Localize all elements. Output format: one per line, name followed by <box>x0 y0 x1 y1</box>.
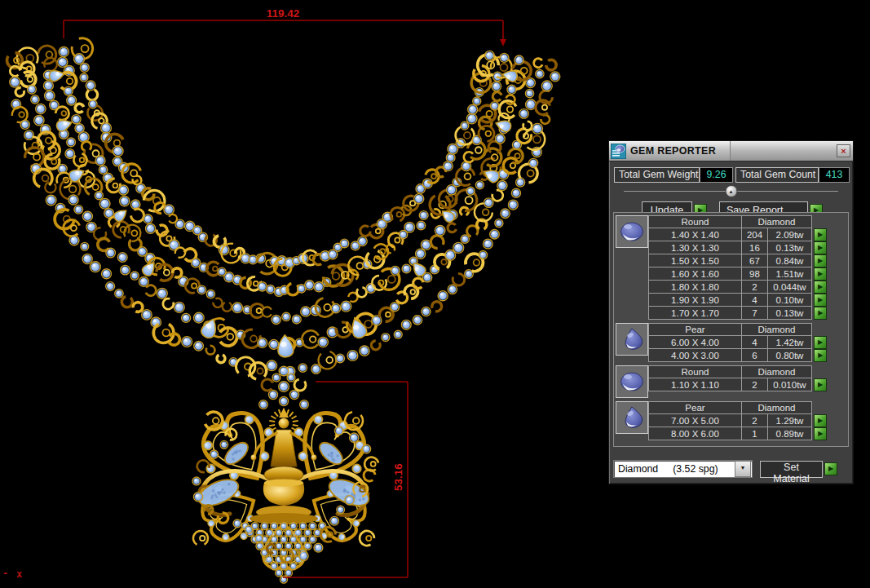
gem-size-row: 8.00 X 6.0010.89tw▶ <box>649 427 829 440</box>
gem-reporter-panel: GEM REPORTER × Total Gem Weight 9.26 Tot… <box>608 140 854 484</box>
select-gems-go-button[interactable]: ▶ <box>814 267 827 281</box>
select-gems-go-button[interactable]: ▶ <box>814 349 827 362</box>
gem-count-value: 4 <box>742 294 768 307</box>
gem-count-value: 4 <box>742 336 768 349</box>
axis-x-dash: - <box>2 568 8 579</box>
shape-header: Round <box>649 366 742 378</box>
gem-size-value: 1.30 X 1.30 <box>649 241 742 254</box>
gem-weight-value: 0.13tw <box>768 241 812 254</box>
gem-size-value: 1.10 X 1.10 <box>649 378 742 391</box>
select-gems-go-button[interactable]: ▶ <box>814 414 827 427</box>
select-gems-go-button[interactable]: ▶ <box>814 307 827 320</box>
gem-weight-value: 0.010tw <box>768 378 812 391</box>
gem-weight-value: 1.29tw <box>768 414 812 427</box>
titlebar-handle[interactable]: × <box>730 141 853 161</box>
total-gem-count-label: Total Gem Count <box>735 167 819 183</box>
gem-size-row: 7.00 X 5.0021.29tw▶ <box>649 414 829 427</box>
collapse-button[interactable]: ▲ <box>725 185 737 197</box>
material-dropdown[interactable]: Diamond (3.52 spg) ▼ <box>613 460 753 478</box>
total-gem-weight-value: 9.26 <box>700 167 733 183</box>
select-gems-go-button[interactable]: ▶ <box>814 254 827 267</box>
material-header: Diamond <box>742 216 812 228</box>
gem-size-row: 4.00 X 3.0060.80tw▶ <box>649 349 829 362</box>
gem-count-value: 6 <box>742 349 768 362</box>
gem-size-value: 1.80 X 1.80 <box>649 281 742 294</box>
material-row: Diamond (3.52 spg) ▼ Set Material ▶ <box>613 460 850 478</box>
gem-size-row: 1.90 X 1.9040.10tw▶ <box>649 294 829 307</box>
gem-size-row: 1.60 X 1.60981.51tw▶ <box>649 267 829 281</box>
total-gem-count-value: 413 <box>819 167 850 183</box>
select-gems-go-button[interactable]: ▶ <box>814 378 827 391</box>
gem-count-value: 67 <box>742 254 768 267</box>
set-material-go-button[interactable]: ▶ <box>824 462 837 475</box>
shape-header: Pear <box>649 402 742 414</box>
panel-titlebar[interactable]: GEM REPORTER × <box>609 141 853 161</box>
collapse-divider: ▲ <box>624 185 838 197</box>
gem-section: RoundDiamond1.10 X 1.1020.010tw▶ <box>616 365 848 398</box>
axis-indicator: - x <box>2 568 22 580</box>
gem-count-value: 2 <box>742 414 768 427</box>
gem-weight-value: 2.09tw <box>768 228 812 241</box>
gem-size-value: 1.40 X 1.40 <box>649 228 742 241</box>
panel-title: GEM REPORTER <box>630 145 716 157</box>
select-gems-go-button[interactable]: ▶ <box>814 281 827 294</box>
gem-count-value: 2 <box>742 378 768 391</box>
gem-size-value: 1.90 X 1.90 <box>649 294 742 307</box>
select-gems-go-button[interactable]: ▶ <box>814 336 827 349</box>
gem-weight-value: 0.80tw <box>768 349 812 362</box>
totals-row: Total Gem Weight 9.26 Total Gem Count 41… <box>614 167 850 183</box>
gem-count-value: 1 <box>742 427 768 440</box>
gem-size-value: 1.50 X 1.50 <box>649 254 742 267</box>
pear-gem-thumbnail[interactable] <box>616 401 648 434</box>
dimension-height-label: 53.16 <box>392 463 404 491</box>
gem-size-table: RoundDiamond1.10 X 1.1020.010tw▶ <box>648 365 829 391</box>
dimension-width-annotation: 119.42 <box>64 7 506 46</box>
gem-count-value: 2 <box>742 281 768 294</box>
gem-size-table: PearDiamond6.00 X 4.0041.42tw▶4.00 X 3.0… <box>648 323 829 362</box>
application-window: 119.42 53.16 - x <box>0 0 870 588</box>
gem-count-value: 98 <box>742 267 768 281</box>
gem-report-icon <box>611 144 626 159</box>
gem-weight-value: 0.89tw <box>768 427 812 440</box>
close-button[interactable]: × <box>837 144 850 157</box>
gem-table-area: RoundDiamond1.40 X 1.402042.09tw▶1.30 X … <box>613 212 849 447</box>
gem-size-row: 1.40 X 1.402042.09tw▶ <box>649 228 829 241</box>
pear-gem-thumbnail[interactable] <box>616 323 648 356</box>
gem-section: RoundDiamond1.40 X 1.402042.09tw▶1.30 X … <box>616 215 848 320</box>
material-header: Diamond <box>742 324 812 336</box>
gem-size-value: 4.00 X 3.00 <box>649 349 742 362</box>
gem-section: PearDiamond7.00 X 5.0021.29tw▶8.00 X 6.0… <box>616 401 848 440</box>
select-gems-go-button[interactable]: ▶ <box>814 427 827 440</box>
shape-header: Round <box>649 216 742 228</box>
material-dropdown-value: Diamond <box>618 463 658 475</box>
round-gem-thumbnail[interactable] <box>616 365 648 398</box>
gem-section: PearDiamond6.00 X 4.0041.42tw▶4.00 X 3.0… <box>616 323 848 362</box>
gem-size-row: 1.80 X 1.8020.044tw▶ <box>649 281 829 294</box>
dimension-width-label: 119.42 <box>267 7 300 20</box>
material-density-value: (3.52 spg) <box>673 463 718 475</box>
gem-size-row: 6.00 X 4.0041.42tw▶ <box>649 336 829 349</box>
gem-weight-value: 1.51tw <box>768 267 812 281</box>
select-gems-go-button[interactable]: ▶ <box>814 228 827 241</box>
round-gem-thumbnail[interactable] <box>616 215 648 248</box>
gem-count-value: 16 <box>742 241 768 254</box>
dropdown-arrow-icon[interactable]: ▼ <box>735 461 751 477</box>
gem-size-value: 8.00 X 6.00 <box>649 427 742 440</box>
gem-count-value: 7 <box>742 307 768 320</box>
gem-size-row: 1.70 X 1.7070.13tw▶ <box>649 307 829 320</box>
gem-size-table: RoundDiamond1.40 X 1.402042.09tw▶1.30 X … <box>648 215 829 320</box>
gem-size-row: 1.10 X 1.1020.010tw▶ <box>649 378 829 391</box>
set-material-button[interactable]: Set Material <box>760 461 823 478</box>
gem-size-value: 6.00 X 4.00 <box>649 336 742 349</box>
select-gems-go-button[interactable]: ▶ <box>814 294 827 307</box>
gem-weight-value: 0.84tw <box>768 254 812 267</box>
axis-x-label: x <box>16 568 22 580</box>
gem-size-row: 1.30 X 1.30160.13tw▶ <box>649 241 829 254</box>
gem-size-table: PearDiamond7.00 X 5.0021.29tw▶8.00 X 6.0… <box>648 401 829 440</box>
select-gems-go-button[interactable]: ▶ <box>814 241 827 254</box>
gem-weight-value: 0.044tw <box>768 281 812 294</box>
gem-size-value: 1.70 X 1.70 <box>649 307 742 320</box>
gem-weight-value: 0.10tw <box>768 294 812 307</box>
gem-weight-value: 0.13tw <box>768 307 812 320</box>
material-header: Diamond <box>742 402 812 414</box>
